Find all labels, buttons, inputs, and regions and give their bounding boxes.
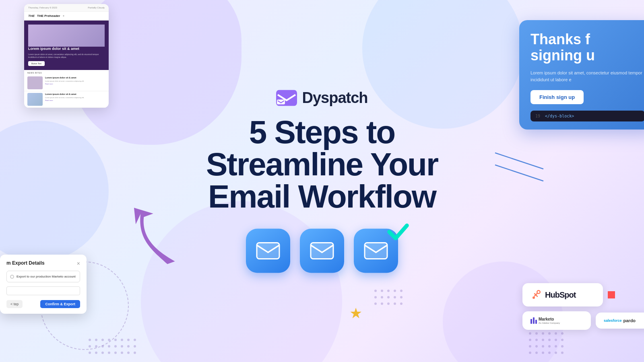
newsletter-hero-title: Lorem ipsum dolor sit & amet	[28, 47, 105, 51]
marketo-bars-icon	[530, 317, 537, 324]
newsletter-cta-button[interactable]: Button Text	[28, 61, 45, 66]
export-input-field[interactable]	[6, 286, 80, 295]
svg-rect-4	[311, 243, 333, 259]
export-option-label: Export to our production Marketo account	[17, 274, 76, 279]
newsletter-weather: Partially Cloudy	[88, 6, 105, 9]
newsletter-title: THE Preheader	[37, 14, 60, 18]
svg-point-12	[533, 296, 535, 299]
marketo-logo-text: Marketo	[539, 317, 560, 322]
newsletter-article2-image	[27, 93, 43, 106]
signup-card: Thanks fsigning u Lorem ipsum dolor sit …	[519, 20, 644, 130]
svg-rect-2	[257, 243, 279, 259]
purple-arrow-decoration	[117, 197, 177, 269]
dot-grid-bottom-left	[89, 339, 136, 354]
newsletter-article1-title: Lorem ipsum dolor sit & amet	[45, 76, 105, 79]
pardot-text: pardo	[623, 318, 636, 323]
headline-line1: 5 Steps to	[249, 114, 395, 150]
confirm-export-button[interactable]: Confirm & Export	[40, 300, 80, 308]
finish-signup-button[interactable]: Finish sign up	[530, 90, 584, 104]
newsletter-article1-body: Lorem ipsum dolor sit amet, consectetur …	[45, 80, 105, 82]
page-headline: 5 Steps to Streamline Your Email Workflo…	[181, 116, 463, 213]
logo-area: Dyspatch	[181, 89, 463, 107]
star-decoration-3: ★	[349, 305, 362, 322]
integration-dot-red	[608, 291, 615, 298]
code-content: </dys-block>	[545, 114, 574, 118]
newsletter-date: Thursday, February 9 2023	[28, 6, 57, 9]
newsletter-article2-link[interactable]: Read more	[45, 99, 105, 101]
center-content-area: Dyspatch 5 Steps to Streamline Your Emai…	[181, 89, 463, 273]
close-icon[interactable]: ×	[77, 260, 80, 267]
logo-text: Dyspatch	[302, 89, 367, 107]
code-line-number: 19	[535, 114, 542, 118]
newsletter-mockup: Thursday, February 9 2023 Partially Clou…	[24, 4, 109, 108]
bg-blob-2	[0, 121, 109, 261]
dot-grid-center-bottom	[374, 290, 402, 305]
email-icon-3	[354, 229, 398, 273]
salesforce-logo-text: salesforce	[604, 319, 622, 323]
hubspot-card: HubSpot	[522, 283, 603, 306]
salesforce-card: salesforce pardo	[596, 313, 644, 329]
newsletter-logo: THE	[28, 14, 35, 18]
hubspot-logo-text: HubSpot	[545, 290, 576, 300]
newsletter-article1-link[interactable]: Read more	[45, 83, 105, 85]
headline-line3: Email Workflow	[208, 179, 436, 214]
export-option-radio[interactable]	[10, 275, 14, 279]
email-icons-row	[181, 229, 463, 273]
marketo-card: Marketo An Adobe Company	[522, 311, 591, 330]
svg-line-9	[495, 165, 543, 181]
newsletter-article1-image	[27, 76, 43, 89]
newsletter-icon: ✦	[62, 14, 65, 18]
connector-lines	[491, 149, 547, 189]
svg-rect-6	[365, 243, 387, 259]
dot-grid-bottom-right	[529, 332, 564, 354]
integrations-area: HubSpot Marketo An Adobe Company salesfo	[522, 283, 644, 330]
svg-point-11	[538, 291, 540, 293]
integration-row-marketo-salesforce: Marketo An Adobe Company salesforce pard…	[522, 311, 644, 330]
headline-line2: Streamline Your	[206, 146, 438, 182]
newsletter-article2-title: Lorem ipsum dolor sit & amet	[45, 93, 105, 96]
newsletter-hero-image	[28, 25, 105, 47]
export-dialog: m Export Details × Export to our product…	[0, 255, 87, 314]
svg-line-8	[495, 153, 543, 169]
email-icon-1	[246, 229, 290, 273]
svg-rect-1	[277, 99, 285, 104]
email-icon-2	[300, 229, 344, 273]
hubspot-icon	[530, 289, 543, 301]
dyspatch-logo-icon	[276, 90, 297, 106]
signup-card-body: Lorem ipsum dolor sit amet, consectetur …	[530, 70, 644, 83]
integration-row-hubspot: HubSpot	[522, 283, 644, 306]
newsletter-hero-body: Lorem ipsum dolor sit amet, consectetur …	[28, 53, 105, 59]
checkmark-icon	[386, 220, 410, 246]
marketo-sub-text: An Adobe Company	[539, 322, 560, 324]
newsletter-article2-body: Lorem ipsum dolor sit amet, consectetur …	[45, 97, 105, 99]
newsletter-section-label: NEWS BITES	[24, 70, 109, 75]
signup-card-title: Thanks fsigning u	[530, 31, 644, 63]
code-snippet: 19 </dys-block>	[530, 111, 644, 121]
back-button[interactable]: < tep	[6, 300, 23, 308]
export-dialog-title: m Export Details	[6, 260, 45, 266]
